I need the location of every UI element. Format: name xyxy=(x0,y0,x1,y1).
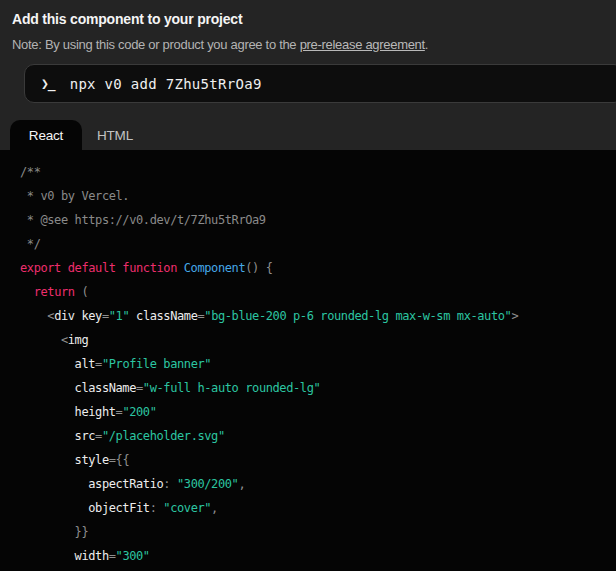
code-line: height="200" xyxy=(20,400,616,424)
tab-react-label: React xyxy=(29,128,63,143)
note-text: Note: By using this code or product you … xyxy=(12,37,616,53)
tab-html[interactable]: HTML xyxy=(95,120,135,150)
code-line: }} xyxy=(20,520,616,544)
pre-release-agreement-link[interactable]: pre-release agreement xyxy=(300,37,425,52)
note-prefix: Note: By using this code or product you … xyxy=(12,37,300,52)
note-suffix: . xyxy=(425,37,428,52)
tab-react[interactable]: React xyxy=(10,120,82,150)
install-command-text: npx v0 add 7Zhu5tRrOa9 xyxy=(70,76,262,92)
code-line: objectFit: "cover", xyxy=(20,496,616,520)
code-line: style={{ xyxy=(20,448,616,472)
code-line: alt="Profile banner" xyxy=(20,352,616,376)
code-line: export default function Component() { xyxy=(20,256,616,280)
code-line: src="/placeholder.svg" xyxy=(20,424,616,448)
code-line: className="w-full h-auto rounded-lg" xyxy=(20,376,616,400)
page-title: Add this component to your project xyxy=(12,10,616,28)
code-block[interactable]: /** * v0 by Vercel. * @see https://v0.de… xyxy=(0,150,616,571)
code-line: <div key="1" className="bg-blue-200 p-6 … xyxy=(20,304,616,328)
code-line: /** xyxy=(20,160,616,184)
code-line: */ xyxy=(20,232,616,256)
code-line: * @see https://v0.dev/t/7Zhu5tRrOa9 xyxy=(20,208,616,232)
code-line: width="300" xyxy=(20,544,616,568)
terminal-prompt-icon: ❯_ xyxy=(41,76,55,91)
dialog-header: Add this component to your project Note:… xyxy=(0,0,616,103)
code-line: return ( xyxy=(20,280,616,304)
add-component-dialog: Add this component to your project Note:… xyxy=(0,0,616,571)
tab-html-label: HTML xyxy=(97,128,133,143)
install-command-box[interactable]: ❯_ npx v0 add 7Zhu5tRrOa9 xyxy=(24,64,616,103)
code-line: aspectRatio: "300/200", xyxy=(20,472,616,496)
code-tabbar: React HTML xyxy=(0,103,616,150)
code-line: * v0 by Vercel. xyxy=(20,184,616,208)
code-line: <img xyxy=(20,328,616,352)
